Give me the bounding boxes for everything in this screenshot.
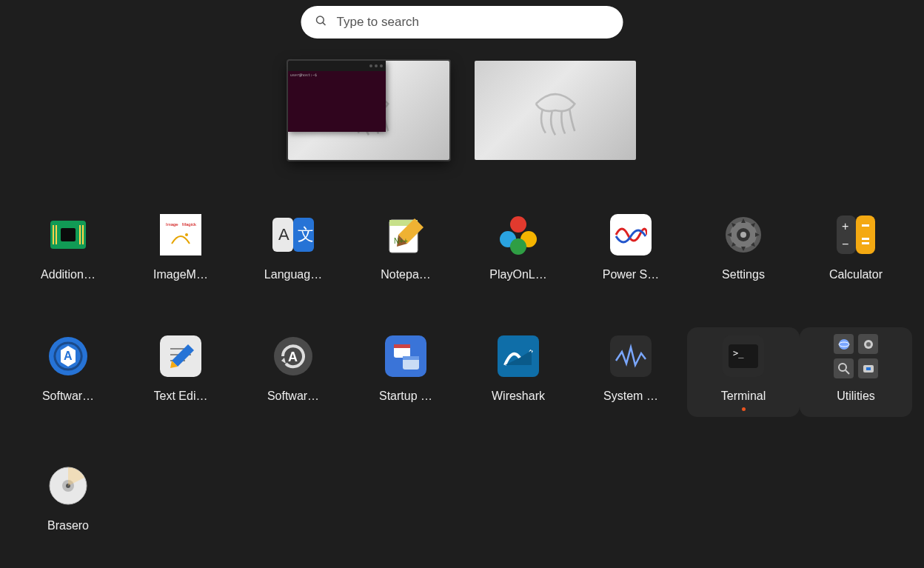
app-settings[interactable]: Settings [687,206,800,287]
app-software-and-updates[interactable]: A Softwar… [12,327,124,417]
app-label: Calculator [829,268,883,281]
svg-text:A: A [278,225,289,244]
svg-line-1 [323,22,326,25]
app-label: Languag… [264,268,322,281]
language-icon: A文 [270,212,316,258]
svg-text:−: − [842,238,848,250]
app-label: Softwar… [267,390,319,403]
svg-text:Magick: Magick [182,222,197,227]
app-notepad-plus-plus[interactable]: N++ Notepa… [349,206,462,287]
text-editor-icon [158,333,204,379]
imagemagick-icon: ImageMagick [158,212,204,258]
svg-rect-43 [403,356,419,360]
app-label: System … [603,390,658,403]
svg-point-18 [510,216,526,233]
power-stats-icon [608,212,654,258]
svg-rect-3 [61,228,76,241]
app-label: PlayOnL… [489,268,546,281]
search-input[interactable] [337,15,610,30]
app-folder-utilities[interactable]: Utilities [800,327,912,417]
app-software-updater[interactable]: A Softwar… [237,327,349,417]
workspace-2[interactable] [475,61,636,160]
app-label: Brasero [47,519,89,532]
app-system-monitor[interactable]: System … [575,327,687,417]
running-indicator-icon [742,407,746,411]
chip-icon [45,212,91,258]
app-startup-applications[interactable]: Startup … [349,327,462,417]
software-updater-icon: A [270,333,316,379]
svg-point-25 [740,232,746,238]
svg-text:Image: Image [166,222,178,227]
app-language-support[interactable]: A文 Languag… [237,206,349,287]
app-label: Power S… [603,268,659,281]
app-additional-drivers[interactable]: Addition… [12,206,124,287]
startup-apps-icon [383,333,429,379]
svg-point-50 [839,364,846,371]
app-brasero[interactable]: Brasero [12,457,124,538]
svg-rect-27 [856,215,875,254]
calculator-icon: +− [833,212,879,258]
app-label: Notepa… [381,268,431,281]
app-power-statistics[interactable]: Power S… [575,206,687,287]
svg-point-0 [317,16,324,24]
svg-text:A: A [288,350,298,364]
app-label: Text Edi… [154,390,208,403]
svg-line-51 [846,370,849,374]
app-label: Terminal [721,390,766,403]
workspace-switcher: user@host:~$ [288,61,636,160]
app-text-editor[interactable]: Text Edi… [124,327,237,417]
svg-text:N++: N++ [394,237,408,245]
svg-rect-32 [862,238,869,240]
app-calculator[interactable]: +− Calculator [800,206,912,287]
svg-rect-41 [394,344,410,348]
app-label: Utilities [837,390,875,403]
svg-text:+: + [842,220,848,233]
svg-rect-31 [862,242,869,244]
search-icon [315,14,328,30]
app-playonlinux[interactable]: PlayOnL… [462,206,575,287]
svg-point-49 [866,342,871,347]
gear-icon [720,212,766,258]
app-wireshark[interactable]: Wireshark [462,327,575,417]
app-label: ImageM… [153,268,208,281]
workspace-terminal-window: user@host:~$ [288,61,386,132]
system-monitor-icon [608,333,654,379]
app-label: Softwar… [42,390,94,403]
app-grid: Addition… ImageMagick ImageM… A文 Languag… [12,206,912,538]
wallpaper-jellyfish-icon [475,61,636,160]
utilities-folder-icon [833,333,879,379]
wireshark-icon [495,333,541,379]
app-label: Addition… [41,268,96,281]
search-bar[interactable] [301,6,623,39]
svg-rect-30 [862,224,869,227]
playonlinux-icon [495,212,541,258]
app-label: Wireshark [492,390,545,403]
app-label: Startup … [379,390,432,403]
app-label: Settings [722,268,765,281]
svg-text:>_: >_ [733,348,744,358]
software-sources-icon: A [45,333,91,379]
notepad-icon: N++ [383,212,429,258]
workspace-1[interactable]: user@host:~$ [288,61,449,160]
app-terminal[interactable]: >_ Terminal [687,327,800,417]
svg-point-21 [510,238,526,255]
svg-text:文: 文 [298,225,314,244]
terminal-icon: >_ [720,333,766,379]
svg-text:A: A [64,350,73,362]
brasero-disc-icon [45,463,91,509]
svg-rect-53 [866,367,871,370]
svg-point-10 [185,233,188,236]
search-container [301,6,623,39]
app-imagemagick[interactable]: ImageMagick ImageM… [124,206,237,287]
svg-point-46 [839,339,849,350]
